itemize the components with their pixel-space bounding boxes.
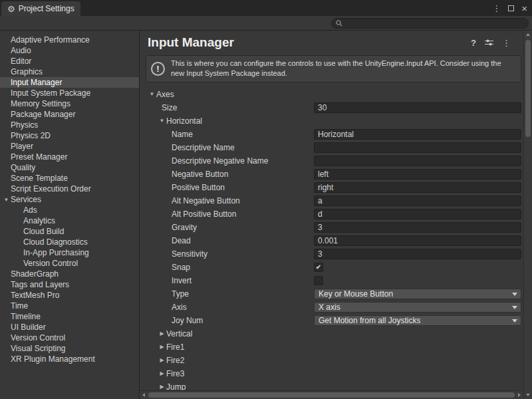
- window-menu-icon[interactable]: ⋮: [492, 3, 501, 13]
- size-input[interactable]: [314, 102, 521, 113]
- sidebar-item-label: Services: [11, 195, 41, 204]
- field-area: [314, 196, 521, 206]
- dead-input[interactable]: [314, 235, 521, 246]
- sidebar-item-script-execution-order[interactable]: Script Execution Order: [0, 184, 139, 194]
- foldout-arrow-icon[interactable]: ▶: [158, 357, 166, 363]
- alt-negative-button-input[interactable]: [314, 196, 521, 206]
- field-label[interactable]: Horizontal: [166, 116, 202, 126]
- joy-num-dropdown[interactable]: Get Motion from all Joysticks: [314, 315, 521, 326]
- sidebar-item-analytics[interactable]: Analytics: [0, 215, 139, 226]
- sidebar-item-tags-and-layers[interactable]: Tags and Layers: [0, 279, 139, 290]
- header-icons: ? ⋮: [471, 38, 511, 48]
- positive-button-input[interactable]: [314, 182, 521, 193]
- sidebar-item-memory-settings[interactable]: Memory Settings: [0, 98, 139, 109]
- sidebar-item-preset-manager[interactable]: Preset Manager: [0, 152, 139, 162]
- search-icon: [336, 20, 342, 27]
- foldout-arrow-icon[interactable]: ▼: [2, 197, 11, 203]
- field-label: Dead: [172, 236, 191, 245]
- horizontal-scrollbar[interactable]: [140, 390, 523, 399]
- tab-project-settings[interactable]: ⚙ Project Settings: [1, 1, 80, 16]
- presets-icon[interactable]: [485, 39, 493, 47]
- row-label-area[interactable]: ▶Vertical: [140, 329, 521, 338]
- descriptive-negative-name-input[interactable]: [314, 156, 521, 166]
- sidebar-item-player[interactable]: Player: [0, 141, 139, 152]
- sidebar-item-ui-builder[interactable]: UI Builder: [0, 322, 139, 332]
- foldout-arrow-icon[interactable]: ▶: [158, 370, 166, 376]
- scroll-up-icon[interactable]: [526, 33, 530, 36]
- foldout-arrow-icon[interactable]: ▼: [148, 91, 156, 97]
- row-label-area[interactable]: ▼Horizontal: [140, 116, 521, 126]
- row-label-area[interactable]: ▶Fire2: [140, 356, 521, 365]
- sidebar-item-shadergraph[interactable]: ShaderGraph: [0, 269, 139, 279]
- sidebar-item-input-manager[interactable]: Input Manager: [0, 77, 139, 88]
- sidebar-item-version-control[interactable]: Version Control: [0, 332, 139, 343]
- help-icon[interactable]: ?: [471, 38, 476, 48]
- alt-positive-button-input[interactable]: [314, 209, 521, 219]
- sidebar-item-adaptive-performance[interactable]: Adaptive Performance: [0, 35, 139, 45]
- close-icon[interactable]: ×: [521, 3, 527, 13]
- main-panel: Input Manager ? ⋮ ! This is where you ca…: [140, 31, 532, 399]
- sidebar-item-quality[interactable]: Quality: [0, 162, 139, 173]
- row-joy-num: Joy NumGet Motion from all Joysticks: [140, 314, 532, 327]
- field-label: Alt Positive Button: [172, 209, 236, 219]
- sidebar-item-visual-scripting[interactable]: Visual Scripting: [0, 343, 139, 354]
- sidebar-item-label: Scene Template: [11, 174, 68, 183]
- scroll-right-icon[interactable]: [518, 393, 521, 397]
- foldout-arrow-icon[interactable]: ▶: [158, 384, 166, 390]
- field-label[interactable]: Axes: [156, 90, 174, 99]
- field-label[interactable]: Fire3: [166, 369, 184, 378]
- panel-menu-icon[interactable]: ⋮: [502, 38, 511, 48]
- maximize-icon[interactable]: [508, 5, 514, 11]
- row-axes: ▼Axes: [140, 88, 532, 101]
- field-label[interactable]: Fire2: [166, 356, 184, 365]
- sidebar-item-timeline[interactable]: Timeline: [0, 311, 139, 322]
- vertical-scrollbar-thumb[interactable]: [525, 40, 531, 137]
- sidebar-item-services[interactable]: ▼Services: [0, 194, 139, 205]
- row-descriptive-name: Descriptive Name: [140, 141, 532, 154]
- sidebar-item-ads[interactable]: Ads: [0, 205, 139, 215]
- sensitivity-input[interactable]: [314, 249, 521, 259]
- sidebar-item-graphics[interactable]: Graphics: [0, 66, 139, 77]
- field-label: Axis: [172, 303, 187, 312]
- sidebar-item-editor[interactable]: Editor: [0, 56, 139, 66]
- sidebar-item-input-system-package[interactable]: Input System Package: [0, 88, 139, 98]
- descriptive-name-input[interactable]: [314, 142, 521, 153]
- sidebar-item-time[interactable]: Time: [0, 301, 139, 311]
- invert-checkbox[interactable]: [314, 276, 323, 285]
- row-label-area[interactable]: ▶Fire3: [140, 369, 521, 378]
- type-dropdown[interactable]: Key or Mouse Button: [314, 289, 521, 299]
- sidebar-item-label: Cloud Diagnostics: [23, 237, 88, 247]
- search-input[interactable]: [345, 19, 524, 27]
- gravity-input[interactable]: [314, 222, 521, 233]
- foldout-arrow-icon[interactable]: ▶: [158, 344, 166, 350]
- sidebar-item-textmesh-pro[interactable]: TextMesh Pro: [0, 290, 139, 301]
- row-label-area[interactable]: ▶Fire1: [140, 342, 521, 352]
- foldout-arrow-icon[interactable]: ▼: [158, 118, 166, 124]
- sidebar-item-cloud-build[interactable]: Cloud Build: [0, 226, 139, 237]
- sidebar-item-label: Ads: [23, 205, 37, 215]
- sidebar-item-scene-template[interactable]: Scene Template: [0, 173, 139, 184]
- row-label-area: Name: [140, 130, 314, 139]
- sidebar-item-physics-2d[interactable]: Physics 2D: [0, 130, 139, 141]
- sidebar-item-xr-plugin-management[interactable]: XR Plugin Management: [0, 354, 139, 364]
- name-input[interactable]: [314, 129, 521, 140]
- field-label[interactable]: Fire1: [166, 342, 184, 352]
- scroll-down-icon[interactable]: [526, 394, 530, 396]
- horizontal-scrollbar-thumb[interactable]: [148, 392, 515, 398]
- search-box[interactable]: [331, 18, 529, 29]
- field-label[interactable]: Vertical: [166, 329, 192, 338]
- sidebar-item-package-manager[interactable]: Package Manager: [0, 109, 139, 120]
- sidebar-item-cloud-diagnostics[interactable]: Cloud Diagnostics: [0, 237, 139, 247]
- axis-dropdown[interactable]: X axis: [314, 302, 521, 313]
- vertical-scrollbar[interactable]: [523, 31, 532, 399]
- snap-checkbox[interactable]: ✔: [314, 263, 323, 272]
- sidebar-item-label: Adaptive Performance: [11, 35, 90, 45]
- sidebar-item-audio[interactable]: Audio: [0, 45, 139, 56]
- sidebar-item-version-control[interactable]: Version Control: [0, 258, 139, 269]
- sidebar-item-physics[interactable]: Physics: [0, 120, 139, 130]
- sidebar-item-in-app-purchasing[interactable]: In-App Purchasing: [0, 247, 139, 258]
- scroll-left-icon[interactable]: [142, 393, 145, 397]
- foldout-arrow-icon[interactable]: ▶: [158, 331, 166, 336]
- negative-button-input[interactable]: [314, 169, 521, 180]
- row-label-area[interactable]: ▼Axes: [140, 90, 521, 99]
